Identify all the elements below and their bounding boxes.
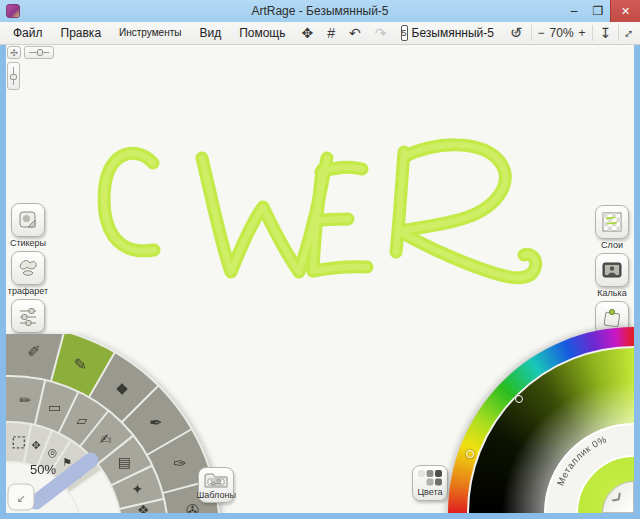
painted-letter-e: [313, 170, 322, 271]
zoom-cluster: − 70% +: [532, 26, 592, 40]
maximize-button[interactable]: ❐: [586, 0, 610, 22]
tool-color-sampler[interactable]: ◎: [48, 446, 58, 459]
menu-tools[interactable]: Инструменты: [110, 22, 190, 44]
color-samples-button[interactable]: Цвета: [408, 465, 452, 501]
move-canvas-icon[interactable]: ✥: [295, 22, 321, 44]
color-sample-marker[interactable]: [515, 395, 523, 403]
color-picker[interactable]: Металлик 0% ❯: [450, 330, 634, 513]
window-title: ArtRage - Безымянный-5: [0, 4, 640, 18]
menubar: Файл Правка Инструменты Вид Помощь ✥ # ↶…: [0, 22, 640, 45]
document-name[interactable]: Безымянный-5: [412, 26, 502, 40]
tool-gloop-pen[interactable]: ✑: [173, 454, 186, 473]
collapse-arrow-icon: ❯: [610, 489, 626, 505]
tool-oil-brush[interactable]: ✐: [27, 342, 40, 361]
redo-icon[interactable]: ↷: [368, 22, 394, 44]
canvas-vertical-slider[interactable]: [7, 62, 20, 90]
titlebar: ArtRage - Безымянный-5 – ❐ ✕: [0, 0, 640, 22]
painted-letter-r: [396, 152, 404, 252]
presets-button[interactable]: Шаблоны: [194, 467, 238, 503]
color-swatches-icon: [417, 469, 443, 487]
tool-watercolor-brush[interactable]: ✎: [74, 355, 87, 374]
tracing-panel-button[interactable]: Калька: [590, 253, 634, 298]
minimize-button[interactable]: –: [562, 0, 586, 22]
artrage-window: ArtRage - Безымянный-5 – ❐ ✕ Файл Правка…: [0, 0, 640, 519]
tool-size-value: 50%: [30, 462, 56, 477]
stencil-icon: [17, 257, 39, 279]
sliders-icon: [17, 305, 39, 327]
close-button[interactable]: ✕: [610, 0, 640, 22]
hue-marker[interactable]: [466, 450, 474, 458]
layers-icon: [601, 211, 623, 233]
reset-rotation-icon[interactable]: ↺ +: [502, 24, 531, 42]
menu-help[interactable]: Помощь: [230, 22, 294, 44]
sticker-icon: [17, 209, 39, 231]
menu-view[interactable]: Вид: [190, 22, 230, 44]
document-icon: 5: [401, 25, 408, 41]
stickers-panel-button[interactable]: Стикеры: [6, 203, 50, 248]
canvas-horizontal-slider[interactable]: [24, 46, 54, 59]
tool-paint-roller[interactable]: ▭: [48, 399, 61, 415]
menu-file[interactable]: Файл: [4, 22, 52, 44]
tool-eraser[interactable]: ▱: [76, 412, 87, 428]
undo-icon[interactable]: ↶: [342, 22, 368, 44]
tool-palette-knife[interactable]: ◆: [116, 379, 128, 397]
fullscreen-icon[interactable]: ↕: [619, 22, 640, 44]
canvas-pan-button[interactable]: ✣: [7, 46, 21, 59]
menu-edit[interactable]: Правка: [52, 22, 111, 44]
folder-presets-icon: [203, 470, 229, 490]
zoom-level[interactable]: 70%: [550, 26, 574, 40]
tool-paint-tube[interactable]: ▤: [118, 454, 131, 470]
zoom-in-button[interactable]: +: [579, 26, 586, 40]
layers-panel-button[interactable]: Слои: [590, 205, 634, 250]
painted-letter-w: [202, 158, 327, 272]
tracing-icon: [601, 259, 623, 281]
collapse-arrow-icon: ↙: [16, 492, 25, 504]
reference-icon: [601, 307, 623, 329]
dock-toolbar-icon[interactable]: ↧: [593, 22, 619, 44]
tool-sticker-spray[interactable]: ❖: [137, 502, 150, 513]
zoom-out-button[interactable]: −: [538, 26, 545, 40]
tool-felt-pen[interactable]: ✍: [100, 431, 112, 447]
painted-letter-c: [104, 153, 154, 251]
paint-canvas[interactable]: ✣ Стикеры трафарет: [6, 45, 634, 513]
tool-pencil[interactable]: ✏: [19, 392, 31, 408]
grid-icon[interactable]: #: [320, 22, 342, 44]
tool-ink-pen[interactable]: ✒: [149, 413, 162, 432]
tool-glitter-tube[interactable]: ✦: [132, 481, 144, 497]
tool-transform[interactable]: ✥: [31, 439, 40, 452]
stencils-panel-button[interactable]: трафарет: [6, 251, 50, 296]
